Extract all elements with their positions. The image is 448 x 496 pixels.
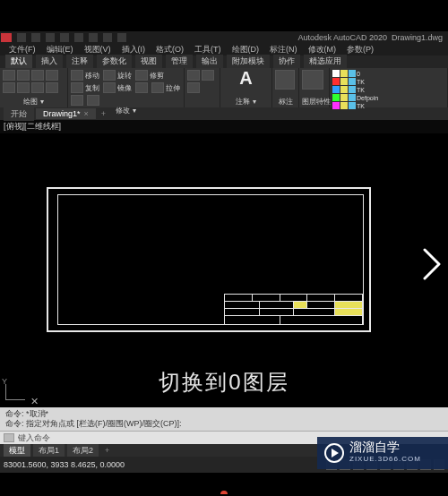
panel-dim-label: 标注 <box>275 97 296 107</box>
cmd-history-line: 命令: *取消* <box>5 409 443 419</box>
tool-line-icon[interactable] <box>3 70 15 81</box>
cmd-history-line: 命令: 指定对角点或 [栏选(F)/圈围(WP)/圈交(CP)]: <box>5 419 443 429</box>
ribbon-tab-featured[interactable]: 精选应用 <box>304 55 347 68</box>
command-input[interactable]: 键入命令 <box>18 432 50 444</box>
close-icon[interactable]: × <box>84 109 89 118</box>
tool-scale-icon[interactable] <box>71 95 83 106</box>
tool-rotate-icon[interactable] <box>103 70 116 81</box>
record-indicator-icon <box>220 491 228 494</box>
watermark-url: ZIXUE.3D66.COM <box>349 453 421 465</box>
panel-layerprops-label: 图层特性 <box>302 97 326 107</box>
layout-tab-model[interactable]: 模型 <box>4 444 30 458</box>
tool-fillet-icon[interactable] <box>135 82 148 93</box>
overlay-caption: 切换到0图层 <box>0 368 448 397</box>
window-title: Autodesk AutoCAD 2020 Drawing1.dwg <box>297 33 443 42</box>
drawing-canvas[interactable]: Y ✕ 切换到0图层 <box>0 133 448 407</box>
menu-param[interactable]: 参数(P) <box>347 44 374 56</box>
ribbon-tab-collab[interactable]: 协作 <box>273 55 300 68</box>
tool-spline-icon[interactable] <box>46 82 58 93</box>
ribbon-tab-addin[interactable]: 附加模块 <box>227 55 270 68</box>
tool-circle-icon[interactable] <box>31 70 44 81</box>
watermark-title: 溜溜自学 <box>349 441 421 453</box>
ribbon-tab-annotation[interactable]: 注释 <box>66 55 93 68</box>
tool-ellipse-icon[interactable] <box>17 82 30 93</box>
qat-save-icon[interactable] <box>46 33 55 42</box>
title-block <box>224 294 363 324</box>
layer-props-icon[interactable] <box>302 70 323 90</box>
qat-saveas-icon[interactable] <box>60 33 69 42</box>
ribbon: 绘图 ▾ 移动 旋转 修剪 复制 镜像 拉伸 修改 ▾ A 注释 ▾ 标注 <box>0 68 448 107</box>
tool-polyline-icon[interactable] <box>17 70 30 81</box>
qat-open-icon[interactable] <box>31 33 40 42</box>
layer-list: 0 TK TK Defpoin TK <box>332 70 444 109</box>
tool-arc-icon[interactable] <box>46 70 58 81</box>
ribbon-tab-insert[interactable]: 插入 <box>36 55 63 68</box>
next-arrow-icon[interactable] <box>421 248 443 280</box>
ribbon-tabs: 默认 插入 注释 参数化 视图 管理 输出 附加模块 协作 精选应用 <box>0 56 448 68</box>
file-tab-add[interactable]: + <box>98 109 109 118</box>
tool-leader-icon[interactable] <box>202 70 214 81</box>
panel-dim-small <box>187 98 217 107</box>
tool-trim-icon[interactable] <box>135 70 148 81</box>
drawing-frame <box>47 187 371 332</box>
tool-rect-icon[interactable] <box>3 82 15 93</box>
layer-row[interactable]: TK <box>332 86 444 93</box>
crosshair-close-icon: ✕ <box>30 396 39 407</box>
play-icon <box>324 443 344 463</box>
tool-move-icon[interactable] <box>71 70 83 81</box>
ribbon-tab-default[interactable]: 默认 <box>5 55 32 68</box>
panel-draw-label[interactable]: 绘图 ▾ <box>3 97 65 107</box>
layout-tab-layout1[interactable]: 布局1 <box>33 444 65 458</box>
drawing-inner-frame <box>57 194 364 325</box>
tool-array-icon[interactable] <box>87 95 99 106</box>
layout-tab-add[interactable]: + <box>101 446 113 455</box>
layer-row[interactable]: TK <box>332 78 444 85</box>
qat-undo-icon[interactable] <box>89 33 98 42</box>
tool-stretch-icon[interactable] <box>151 82 164 93</box>
ribbon-tab-manage[interactable]: 管理 <box>166 55 193 68</box>
dim-style-icon[interactable] <box>275 70 295 90</box>
view-label[interactable]: [俯视][二维线框] <box>0 120 448 133</box>
ribbon-tab-view[interactable]: 视图 <box>135 55 162 68</box>
tool-dim-icon[interactable] <box>187 70 200 81</box>
text-tool-icon[interactable]: A <box>223 70 269 86</box>
cmd-chevron-icon[interactable] <box>4 433 14 442</box>
ribbon-tab-output[interactable]: 输出 <box>196 55 223 68</box>
panel-annot-label[interactable]: 注释 ▾ <box>223 97 269 107</box>
qat-new-icon[interactable] <box>17 33 26 42</box>
layer-row[interactable]: 0 <box>332 70 444 77</box>
qat-redo-icon[interactable] <box>103 33 112 42</box>
tool-table-icon[interactable] <box>187 82 200 93</box>
file-tabs: 开始 Drawing1*× + <box>0 107 448 120</box>
file-tab-start[interactable]: 开始 <box>4 107 34 121</box>
watermark: 溜溜自学 ZIXUE.3D66.COM <box>317 437 448 469</box>
tool-hatch-icon[interactable] <box>31 82 44 93</box>
layer-row[interactable]: Defpoin <box>332 94 444 101</box>
file-tab-drawing1[interactable]: Drawing1*× <box>36 108 96 119</box>
status-coords: 83001.5600, 3933 8.4625, 0.0000 <box>4 460 125 469</box>
tool-copy-icon[interactable] <box>71 82 83 93</box>
qat-plot-icon[interactable] <box>74 33 83 42</box>
tool-mirror-icon[interactable] <box>103 82 116 93</box>
ribbon-tab-param[interactable]: 参数化 <box>97 55 132 68</box>
layer-row[interactable]: TK <box>332 102 444 109</box>
layout-tab-layout2[interactable]: 布局2 <box>67 444 99 458</box>
qat-more-icon[interactable] <box>117 33 126 42</box>
app-icon[interactable] <box>1 33 12 42</box>
